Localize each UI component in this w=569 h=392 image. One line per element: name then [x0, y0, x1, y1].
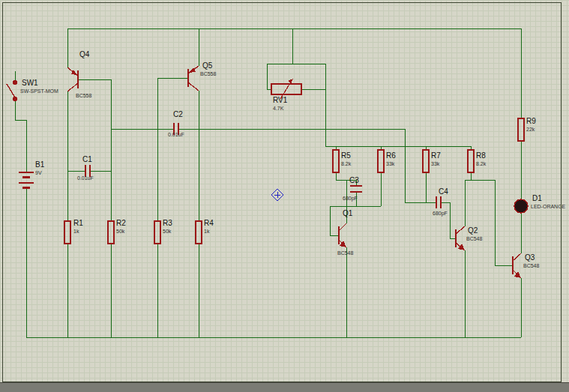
label-r8-value[interactable]: 8.2k — [476, 161, 486, 166]
component-q3[interactable] — [513, 253, 521, 278]
label-q3-ref[interactable]: Q3 — [525, 254, 535, 262]
label-r1-value[interactable]: 1k — [73, 229, 79, 234]
wire-power-rail[interactable] — [67, 28, 521, 118]
component-r9-body[interactable] — [518, 118, 524, 141]
component-c3[interactable] — [350, 186, 362, 192]
label-c1-ref[interactable]: C1 — [82, 156, 92, 163]
label-r1-ref[interactable]: R1 — [73, 220, 83, 227]
label-q3-value[interactable]: BC548 — [523, 263, 539, 268]
label-r2-ref[interactable]: R2 — [116, 220, 126, 227]
label-c2-value[interactable]: 0.01uF — [168, 132, 184, 137]
component-sw1[interactable] — [7, 81, 17, 101]
label-d1-value[interactable]: LED-ORANGE — [531, 204, 565, 209]
component-q5[interactable] — [188, 66, 199, 91]
q5-emitter-arrow[interactable] — [189, 67, 196, 73]
window-edge-bottom — [0, 382, 569, 392]
component-q2[interactable] — [456, 226, 465, 250]
q1-collector-lead[interactable] — [339, 223, 346, 231]
label-r5-ref[interactable]: R5 — [341, 152, 351, 160]
q4-emitter-arrow[interactable] — [71, 70, 77, 75]
component-r7-body[interactable] — [423, 150, 429, 172]
label-r6-value[interactable]: 33k — [386, 161, 394, 166]
label-d1-ref[interactable]: D1 — [532, 195, 542, 202]
label-q4-ref[interactable]: Q4 — [79, 51, 89, 58]
component-r5-body[interactable] — [333, 150, 339, 172]
q3-collector-lead[interactable] — [513, 253, 521, 261]
label-c2-ref[interactable]: C2 — [173, 111, 183, 118]
q2-collector-lead[interactable] — [456, 226, 465, 234]
label-r7-ref[interactable]: R7 — [431, 152, 441, 160]
label-r6-ref[interactable]: R6 — [386, 152, 396, 160]
label-r5-value[interactable]: 8.2k — [341, 161, 351, 166]
component-r2-body[interactable] — [108, 221, 114, 244]
label-q4-value[interactable]: BC558 — [76, 93, 91, 98]
sw1-lever[interactable] — [7, 84, 15, 97]
component-r3-body[interactable] — [154, 221, 160, 244]
schematic-sheet[interactable]: SW1 SW-SPST-MOM B1 9V Q4 BC558 Q5 BC558 … — [0, 0, 569, 392]
component-d1-led[interactable] — [514, 199, 528, 213]
label-r2-value[interactable]: 50k — [116, 229, 124, 234]
schematic-drawing — [0, 0, 569, 392]
component-b1[interactable] — [19, 172, 34, 187]
label-q2-ref[interactable]: Q2 — [468, 227, 478, 235]
component-r1-body[interactable] — [64, 221, 70, 244]
sw1-terminal-bottom[interactable] — [13, 97, 17, 101]
q2-emitter-arrow[interactable] — [458, 244, 465, 250]
rv1-wiper-arrow[interactable] — [288, 79, 293, 84]
label-r4-ref[interactable]: R4 — [204, 220, 214, 227]
label-sw1-value[interactable]: SW-SPST-MOM — [20, 88, 58, 94]
label-c3-ref[interactable]: C3 — [349, 177, 359, 184]
label-r8-ref[interactable]: R8 — [476, 152, 486, 160]
label-c3-value[interactable]: 680pF — [343, 196, 358, 201]
label-r9-value[interactable]: 22k — [526, 127, 535, 132]
label-rv1-value[interactable]: 4.7K — [273, 106, 283, 111]
label-sw1-ref[interactable]: SW1 — [22, 79, 38, 87]
label-r3-ref[interactable]: R3 — [163, 220, 172, 227]
wire-ground-rail[interactable] — [26, 187, 521, 337]
label-c4-ref[interactable]: C4 — [439, 188, 448, 196]
label-q5-value[interactable]: BC558 — [200, 71, 216, 76]
component-r6-body[interactable] — [378, 150, 384, 172]
component-c4[interactable] — [436, 196, 441, 208]
label-rv1-ref[interactable]: RV1 — [273, 97, 287, 104]
component-q1[interactable] — [339, 223, 346, 247]
component-r8-body[interactable] — [468, 150, 474, 172]
origin-marker-icon — [271, 189, 283, 201]
label-q1-ref[interactable]: Q1 — [343, 210, 352, 217]
component-q4[interactable] — [67, 67, 78, 91]
label-b1-value[interactable]: 9V — [35, 170, 42, 175]
label-q5-ref[interactable]: Q5 — [202, 62, 212, 70]
label-r3-value[interactable]: 50k — [163, 229, 171, 234]
label-r4-value[interactable]: 1k — [204, 229, 209, 234]
label-q2-value[interactable]: BC548 — [466, 236, 482, 241]
component-r4-body[interactable] — [196, 221, 202, 244]
label-c1-value[interactable]: 0.01uF — [77, 175, 94, 181]
q5-collector-lead[interactable] — [188, 82, 199, 91]
label-b1-ref[interactable]: B1 — [35, 161, 44, 169]
q4-collector-lead[interactable] — [67, 83, 78, 91]
label-c4-value[interactable]: 680pF — [433, 211, 448, 216]
sw1-terminal-top[interactable] — [13, 81, 17, 85]
label-q1-value[interactable]: BC548 — [337, 250, 353, 256]
label-r9-ref[interactable]: R9 — [526, 118, 536, 125]
label-r7-value[interactable]: 33k — [431, 161, 439, 166]
